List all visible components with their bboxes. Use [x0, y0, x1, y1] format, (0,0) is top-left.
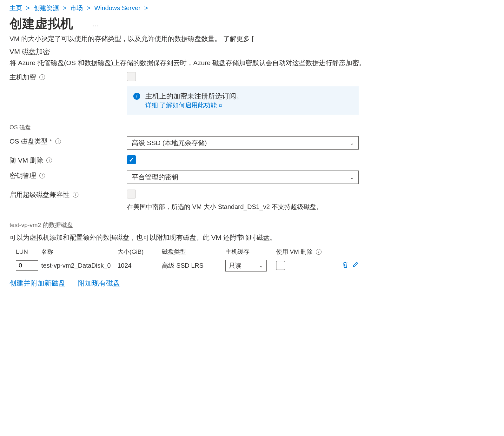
- host-cache-value: 只读: [229, 261, 242, 270]
- host-encryption-label: 主机加密: [10, 73, 36, 82]
- disk-type-cell: 高级 SSD LRS: [162, 261, 225, 270]
- table-row: test-vp-vm2_DataDisk_0 1024 高级 SSD LRS 只…: [10, 257, 494, 274]
- info-icon[interactable]: i: [55, 138, 61, 144]
- chevron-down-icon: ⌄: [259, 263, 263, 269]
- delete-with-vm-checkbox[interactable]: [127, 155, 136, 164]
- key-management-value: 平台管理的密钥: [132, 173, 178, 182]
- breadcrumb-create-resource[interactable]: 创建资源: [34, 4, 59, 12]
- key-management-dropdown[interactable]: 平台管理的密钥 ⌄: [127, 171, 359, 184]
- info-icon[interactable]: i: [73, 192, 78, 198]
- header-lun: LUN: [10, 248, 41, 255]
- breadcrumb-sep: >: [144, 4, 148, 12]
- info-callout: i 主机上的加密未注册所选订阅。 详细 了解如何启用此功能 ⧉: [127, 86, 359, 115]
- breadcrumb-sep: >: [87, 4, 90, 12]
- host-encryption-checkbox[interactable]: [127, 72, 136, 81]
- info-icon: i: [133, 93, 140, 100]
- breadcrumb-sep: >: [26, 4, 30, 12]
- breadcrumb-marketplace[interactable]: 市场: [70, 4, 83, 12]
- info-icon[interactable]: i: [46, 158, 52, 163]
- info-callout-text: 主机上的加密未注册所选订阅。: [145, 91, 243, 101]
- ultra-disk-checkbox[interactable]: [127, 190, 136, 198]
- learn-more-link[interactable]: 了解更多: [223, 35, 250, 42]
- subtitle-text: VM 的大小决定了可以使用的存储类型，以及允许使用的数据磁盘数量。: [10, 35, 221, 42]
- trash-icon: [342, 261, 348, 268]
- data-disks-section-desc: 可以为虚拟机添加和配置额外的数据磁盘，也可以附加现有磁盘。此 VM 还附带临时磁…: [10, 232, 494, 243]
- disk-size-cell: 1024: [117, 262, 162, 269]
- edit-icon: [352, 261, 359, 268]
- os-disk-type-label: OS 磁盘类型 *: [10, 137, 52, 146]
- external-link-icon: ⧉: [219, 103, 222, 108]
- os-disk-section-label: OS 磁盘: [10, 124, 494, 131]
- header-name: 名称: [41, 248, 117, 256]
- disk-name-cell: test-vp-vm2_DataDisk_0: [41, 262, 117, 269]
- chevron-down-icon: ⌄: [350, 174, 354, 180]
- chevron-down-icon: ⌄: [350, 140, 354, 146]
- info-icon[interactable]: i: [39, 173, 45, 178]
- enable-feature-link[interactable]: 了解如何启用此功能 ⧉: [160, 101, 222, 110]
- info-link-prefix: 详细: [145, 102, 158, 109]
- ultra-disk-hint: 在美国中南部，所选的 VM 大小 Standard_DS1_v2 不支持超级磁盘…: [127, 202, 359, 211]
- key-management-label: 密钥管理: [10, 171, 36, 180]
- data-disks-table: LUN 名称 大小(GiB) 磁盘类型 主机缓存 使用 VM 删除 i test…: [10, 246, 494, 274]
- ultra-disk-label: 启用超级磁盘兼容性: [10, 190, 70, 199]
- more-actions-button[interactable]: …: [92, 21, 99, 28]
- edit-disk-button[interactable]: [352, 261, 359, 270]
- lun-input[interactable]: [16, 260, 38, 271]
- header-cache: 主机缓存: [225, 248, 276, 256]
- header-delete: 使用 VM 删除: [276, 248, 313, 256]
- page-title: 创建虚拟机: [10, 15, 73, 32]
- header-type: 磁盘类型: [162, 248, 225, 256]
- os-disk-type-value: 高级 SSD (本地冗余存储): [132, 138, 207, 147]
- breadcrumb-windows-server[interactable]: Windows Server: [94, 4, 141, 12]
- breadcrumb-sep: >: [63, 4, 67, 12]
- attach-existing-disk-link[interactable]: 附加现有磁盘: [78, 278, 120, 288]
- info-icon[interactable]: i: [316, 249, 322, 255]
- encryption-section-desc: 将 Azure 托管磁盘(OS 和数据磁盘)上存储的数据保存到云时，Azure …: [10, 58, 494, 68]
- create-attach-disk-link[interactable]: 创建并附加新磁盘: [10, 278, 65, 288]
- host-cache-dropdown[interactable]: 只读 ⌄: [225, 260, 267, 272]
- breadcrumb-home[interactable]: 主页: [10, 4, 22, 12]
- os-disk-type-dropdown[interactable]: 高级 SSD (本地冗余存储) ⌄: [127, 136, 359, 150]
- delete-disk-button[interactable]: [342, 261, 348, 270]
- data-disks-section-label: test-vp-vm2 的数据磁盘: [10, 221, 494, 229]
- breadcrumb: 主页 > 创建资源 > 市场 > Windows Server >: [10, 4, 494, 12]
- delete-with-vm-label: 随 VM 删除: [10, 156, 43, 165]
- header-size: 大小(GiB): [117, 248, 162, 256]
- delete-with-vm-row-checkbox[interactable]: [276, 261, 285, 270]
- page-subtitle: VM 的大小决定了可以使用的存储类型，以及允许使用的数据磁盘数量。 了解更多 [: [10, 34, 494, 44]
- encryption-section-title: VM 磁盘加密: [10, 47, 494, 57]
- info-icon[interactable]: i: [39, 74, 45, 80]
- table-header-row: LUN 名称 大小(GiB) 磁盘类型 主机缓存 使用 VM 删除 i: [10, 246, 494, 257]
